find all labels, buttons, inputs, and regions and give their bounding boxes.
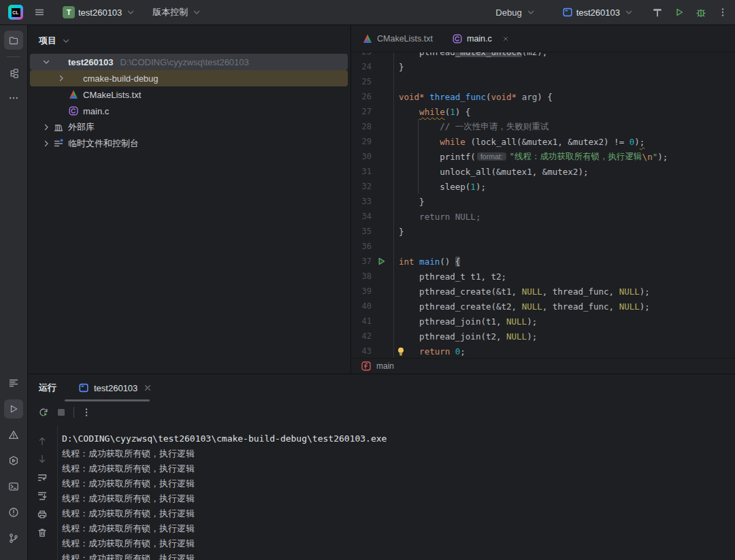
run-toolwindow-button[interactable] (4, 399, 23, 418)
run-button[interactable] (674, 7, 685, 18)
code-line-34[interactable]: 34 return NULL; (351, 209, 735, 224)
tree-item--[interactable]: 外部库 (30, 119, 348, 135)
git-toolwindow-button[interactable] (4, 529, 23, 548)
breadcrumb: main (351, 358, 735, 374)
console-output-line: 线程：成功获取所有锁，执行逻辑 (62, 461, 735, 476)
line-number[interactable]: 41 (351, 316, 372, 326)
cmake-toolwindow-button[interactable] (4, 374, 23, 393)
line-number[interactable]: 33 (351, 197, 372, 206)
line-number[interactable]: 39 (351, 286, 372, 296)
editor-tab-main-c[interactable]: main.c (442, 25, 521, 52)
run-configuration-selector[interactable]: test260103 (558, 4, 638, 20)
clion-logo[interactable]: CL (8, 5, 23, 20)
code-line-42[interactable]: 42 pthread_join(t2, NULL); (351, 329, 735, 344)
arrow-down-icon[interactable] (37, 454, 48, 465)
trash-icon[interactable] (37, 527, 48, 538)
tree-item--[interactable]: 临时文件和控制台 (30, 135, 348, 152)
chevron-down-icon (125, 7, 136, 18)
code-line-25[interactable]: 25 (351, 74, 735, 89)
printer-icon[interactable] (37, 509, 48, 520)
code-token: NULL (619, 286, 640, 297)
code-line-43[interactable]: 43 return 0; (351, 344, 735, 358)
run-tab[interactable]: test260103 (78, 382, 153, 393)
line-number[interactable]: 38 (351, 271, 372, 281)
project-widget[interactable]: T test260103 (59, 3, 140, 21)
close-icon[interactable] (500, 33, 511, 44)
scroll-to-end-icon[interactable] (37, 491, 48, 501)
editor-tab-cmakelists-txt[interactable]: CMakeLists.txt (353, 25, 442, 52)
code-line-37[interactable]: 37int main() { (351, 254, 735, 269)
code-line-36[interactable]: 36 (351, 239, 735, 254)
line-number[interactable]: 36 (351, 242, 372, 251)
code-token: NULL (506, 316, 527, 327)
line-number[interactable]: 25 (351, 77, 372, 86)
code-line-33[interactable]: 33 } (351, 194, 735, 209)
inspections-toolwindow-button[interactable] (4, 503, 23, 522)
project-panel-header[interactable]: 项目 (27, 25, 350, 52)
more-toolwindows-button[interactable] (4, 88, 23, 108)
code-line-35[interactable]: 35} (351, 224, 735, 239)
code-token: , thread_func, (542, 301, 619, 312)
code-line-39[interactable]: 39 pthread_create(&t1, NULL, thread_func… (351, 284, 735, 299)
line-number[interactable]: 27 (351, 107, 372, 116)
line-number[interactable]: 32 (351, 182, 372, 191)
kebab-menu-icon[interactable] (717, 7, 728, 18)
line-number[interactable]: 24 (351, 62, 372, 71)
intention-bulb-icon[interactable] (395, 346, 406, 357)
line-number[interactable]: 40 (351, 301, 372, 311)
code-token: , thread_func, (542, 286, 619, 297)
code-line-38[interactable]: 38 pthread_t t1, t2; (351, 269, 735, 284)
structure-toolwindow-button[interactable] (4, 64, 23, 83)
services-toolwindow-button[interactable] (4, 451, 23, 470)
vcs-widget[interactable]: 版本控制 (148, 3, 206, 21)
code-line-32[interactable]: 32 sleep(1); (351, 179, 735, 194)
line-number[interactable]: 28 (351, 122, 372, 131)
code-line-31[interactable]: 31 unlock_all(&mutex1, &mutex2); (351, 164, 735, 179)
code-token (425, 92, 430, 102)
line-number[interactable]: 31 (351, 167, 372, 176)
run-console: D:\CODING\cyyzwsq\test260103\cmake-build… (27, 426, 735, 560)
build-hammer-icon[interactable] (652, 7, 663, 18)
problems-toolwindow-button[interactable] (4, 425, 23, 444)
line-number[interactable]: 34 (351, 212, 372, 221)
close-icon[interactable] (142, 382, 153, 393)
line-number[interactable]: 43 (351, 346, 372, 356)
terminal-toolwindow-button[interactable] (4, 477, 23, 496)
console-output-line: 线程：成功获取所有锁，执行逻辑 (62, 551, 735, 560)
line-number[interactable]: 23 (351, 52, 372, 56)
app-window-icon (78, 382, 89, 393)
code-line-41[interactable]: 41 pthread_join(t1, NULL); (351, 314, 735, 329)
line-number[interactable]: 37 (351, 257, 372, 266)
debug-bug-icon[interactable] (696, 7, 706, 18)
code-token: unlock_all(&mutex1, &mutex2); (399, 167, 588, 177)
line-number[interactable]: 42 (351, 331, 372, 341)
code-line-23[interactable]: 23 pthread_mutex_unlock(m2); (351, 52, 735, 59)
soft-wrap-icon[interactable] (37, 472, 48, 483)
line-number[interactable]: 29 (351, 137, 372, 146)
code-editor[interactable]: 23 pthread_mutex_unlock(m2);24}2526void*… (351, 52, 735, 358)
menu-icon[interactable] (34, 7, 45, 18)
code-line-27[interactable]: 27 while(1) { (351, 104, 735, 119)
debug-mode-selector[interactable]: Debug (491, 4, 540, 20)
run-gutter-icon[interactable] (376, 256, 387, 267)
code-line-40[interactable]: 40 pthread_create(&t2, NULL, thread_func… (351, 299, 735, 314)
stop-icon[interactable] (56, 407, 67, 418)
code-token: pthread_join(t2, (399, 331, 506, 342)
tree-item-cmakelists-txt[interactable]: CMakeLists.txt (30, 86, 348, 103)
code-line-26[interactable]: 26void* thread_func(void* arg) { (351, 89, 735, 104)
tree-item-test260103[interactable]: test260103D:\CODING\cyyzwsq\test260103 (30, 54, 348, 70)
line-number[interactable]: 26 (351, 92, 372, 101)
line-number[interactable]: 35 (351, 227, 372, 236)
code-line-29[interactable]: 29 while (lock_all(&mutex1, &mutex2) != … (351, 134, 735, 149)
line-number[interactable]: 30 (351, 152, 372, 161)
tree-item-cmake-build-debug[interactable]: cmake-build-debug (30, 70, 348, 86)
rerun-icon[interactable] (38, 407, 49, 418)
code-line-30[interactable]: 30 printf(format:"线程：成功获取所有锁，执行逻辑\n"); (351, 149, 735, 164)
breadcrumb-item-main[interactable]: main (376, 361, 394, 371)
tree-item-main-c[interactable]: main.c (30, 103, 348, 119)
code-line-28[interactable]: 28 // 一次性申请，失败则重试 (351, 119, 735, 134)
arrow-up-icon[interactable] (37, 435, 48, 446)
project-toolwindow-button[interactable] (4, 31, 23, 50)
kebab-menu-icon[interactable] (81, 407, 92, 418)
code-line-24[interactable]: 24} (351, 59, 735, 74)
